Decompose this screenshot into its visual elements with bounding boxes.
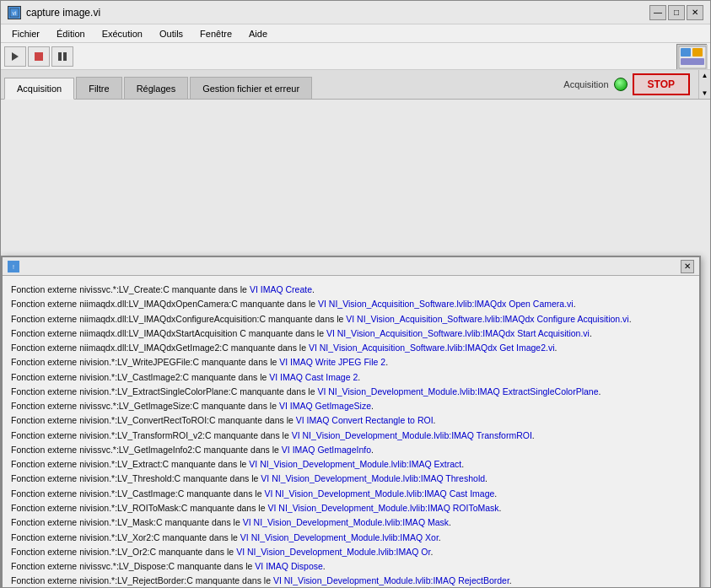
menu-execution[interactable]: Exécution bbox=[94, 26, 150, 41]
error-text-plain: . bbox=[499, 503, 502, 513]
error-text-plain: Fonction externe nivision.*:LV_Threshold… bbox=[11, 473, 261, 483]
error-text-plain: Fonction externe nivissvc.*:LV_Dispose:C… bbox=[11, 561, 255, 571]
error-text-plain: . bbox=[312, 284, 315, 294]
tab-acquisition[interactable]: Acquisition bbox=[4, 78, 74, 100]
error-text-plain: Fonction externe niimaqdx.dll:LV_IMAQdxO… bbox=[11, 299, 318, 309]
error-text-plain: Fonction externe nivision.*:LV_ROIToMask… bbox=[11, 503, 267, 513]
error-text-highlight: VI IMAQ Create bbox=[250, 284, 312, 294]
error-text-highlight: VI NI_Vision_Development_Module.lvlib:IM… bbox=[292, 430, 532, 440]
menu-edition[interactable]: Édition bbox=[49, 26, 93, 41]
svg-rect-4 bbox=[63, 52, 67, 61]
error-line: Fonction externe nivision.*:LV_Extract:C… bbox=[11, 457, 691, 471]
error-text-plain: . bbox=[385, 357, 388, 367]
error-text-highlight: VI NI_Vision_Acquisition_Software.lvlib:… bbox=[346, 314, 628, 324]
window-icon: vi bbox=[8, 6, 21, 19]
error-text-plain: Fonction externe nivissvc.*:LV_GetImageS… bbox=[11, 401, 279, 411]
toolbar-right-panel bbox=[676, 44, 707, 69]
svg-rect-3 bbox=[58, 52, 62, 61]
error-line: Fonction externe niimaqdx.dll:LV_IMAQdxG… bbox=[11, 341, 691, 354]
error-text-highlight: VI NI_Vision_Acquisition_Software.lvlib:… bbox=[318, 299, 574, 309]
stop-button[interactable]: STOP bbox=[633, 73, 690, 95]
error-text-plain: Fonction externe nivision.*:LV_CastImage… bbox=[11, 488, 264, 499]
error-content[interactable]: Fonction externe nivissvc.*:LV_Create:C … bbox=[3, 276, 699, 587]
pause-button[interactable] bbox=[51, 46, 73, 67]
error-line: Fonction externe niimaqdx.dll:LV_IMAQdxC… bbox=[11, 312, 691, 326]
menu-fichier[interactable]: Fichier bbox=[4, 26, 47, 41]
error-dialog-titlebar: ! ✕ bbox=[3, 257, 699, 276]
close-button[interactable]: ✕ bbox=[687, 5, 703, 20]
error-line: Fonction externe nivissvc.*:LV_Create:C … bbox=[11, 283, 691, 296]
toolbar bbox=[1, 43, 710, 70]
window-controls: — □ ✕ bbox=[649, 5, 703, 20]
error-line: Fonction externe nivision.*:LV_Xor2:C ma… bbox=[11, 531, 691, 544]
error-line: Fonction externe nivision.*:LV_Transform… bbox=[11, 429, 691, 442]
error-text-plain: Fonction externe nivision.*:LV_Transform… bbox=[11, 430, 292, 440]
svg-text:!: ! bbox=[13, 264, 14, 270]
error-text-plain: Fonction externe niimaqdx.dll:LV_IMAQdxS… bbox=[11, 328, 326, 338]
minimize-button[interactable]: — bbox=[649, 5, 666, 20]
error-line: Fonction externe nivision.*:LV_Or2:C man… bbox=[11, 545, 691, 558]
error-text-highlight: VI NI_Vision_Acquisition_Software.lvlib:… bbox=[326, 328, 590, 338]
svg-rect-2 bbox=[35, 52, 43, 61]
error-line: Fonction externe nivissvc.*:LV_GetImageS… bbox=[11, 399, 691, 413]
error-text-highlight: VI NI_Vision_Development_Module.lvlib:IM… bbox=[240, 532, 439, 542]
error-line: Fonction externe nivision.*:LV_ROIToMask… bbox=[11, 501, 691, 515]
error-text-plain: . bbox=[629, 314, 632, 324]
error-text-plain: Fonction externe nivision.*:LV_Extract:C… bbox=[11, 459, 249, 469]
error-text-plain: Fonction externe nivision.*:LV_ExtractSi… bbox=[11, 386, 317, 396]
error-text-plain: Fonction externe nivision.*:LV_Xor2:C ma… bbox=[11, 532, 240, 542]
error-text-plain: Fonction externe niimaqdx.dll:LV_IMAQdxC… bbox=[11, 314, 346, 324]
svg-rect-7 bbox=[681, 48, 691, 57]
error-text-plain: . bbox=[434, 415, 436, 425]
error-line: Fonction externe niimaqdx.dll:LV_IMAQdxS… bbox=[11, 326, 691, 340]
error-text-highlight: VI IMAQ GetImageInfo bbox=[282, 445, 371, 455]
menu-outils[interactable]: Outils bbox=[152, 26, 191, 41]
title-bar: vi capture image.vi — □ ✕ bbox=[1, 1, 710, 24]
error-text-plain: . bbox=[449, 517, 451, 527]
error-text-highlight: VI IMAQ Convert Rectangle to ROI bbox=[296, 415, 434, 425]
menu-aide[interactable]: Aide bbox=[241, 26, 275, 41]
error-text-plain: Fonction externe nivision.*:LV_RejectBor… bbox=[11, 575, 273, 585]
run-button[interactable] bbox=[4, 46, 26, 67]
error-text-highlight: VI IMAQ GetImageSize bbox=[279, 401, 371, 411]
error-line: Fonction externe nivision.*:LV_Threshold… bbox=[11, 472, 691, 485]
error-text-highlight: VI NI_Vision_Development_Module.lvlib:IM… bbox=[243, 517, 449, 527]
error-line: Fonction externe nivision.*:LV_CastImage… bbox=[11, 370, 691, 384]
error-text-highlight: VI NI_Vision_Development_Module.lvlib:IM… bbox=[249, 459, 461, 469]
svg-rect-8 bbox=[692, 48, 703, 57]
error-text-plain: . bbox=[358, 372, 360, 382]
error-line: Fonction externe niimaqdx.dll:LV_IMAQdxO… bbox=[11, 297, 691, 310]
error-text-plain: Fonction externe nivision.*:LV_Or2:C man… bbox=[11, 547, 236, 557]
error-text-plain: Fonction externe nivision.*:LV_ConvertRe… bbox=[11, 415, 296, 425]
error-dialog-close-button[interactable]: ✕ bbox=[681, 260, 694, 273]
error-text-plain: . bbox=[461, 459, 464, 469]
error-text-plain: Fonction externe nivissvc.*:LV_GetImageI… bbox=[11, 445, 282, 455]
error-text-plain: Fonction externe nivision.*:LV_CastImage… bbox=[11, 372, 269, 382]
stop-toolbar-button[interactable] bbox=[28, 46, 50, 67]
scroll-down-arrow[interactable]: ▼ bbox=[702, 89, 708, 97]
error-line: Fonction externe nivision.*:LV_ExtractSi… bbox=[11, 385, 691, 398]
error-text-plain: . bbox=[555, 343, 557, 353]
error-text-plain: . bbox=[599, 386, 601, 396]
main-window: vi capture image.vi — □ ✕ Fichier Éditio… bbox=[0, 0, 711, 588]
error-text-plain: . bbox=[323, 561, 326, 571]
error-text-highlight: VI IMAQ Write JPEG File 2 bbox=[279, 357, 385, 367]
error-text-plain: . bbox=[532, 430, 535, 440]
error-text-highlight: VI NI_Vision_Development_Module.lvlib:IM… bbox=[267, 503, 498, 513]
error-text-highlight: VI NI_Vision_Acquisition_Software.lvlib:… bbox=[309, 343, 555, 353]
error-text-plain: . bbox=[439, 532, 441, 542]
maximize-button[interactable]: □ bbox=[668, 5, 685, 20]
error-dialog-icon: ! bbox=[8, 261, 19, 272]
error-text-highlight: VI NI_Vision_Development_Module.lvlib:IM… bbox=[273, 575, 509, 585]
menu-fenetre[interactable]: Fenêtre bbox=[192, 26, 240, 41]
error-dialog: ! ✕ Fonction externe nivissvc.*:LV_Creat… bbox=[1, 256, 701, 587]
tab-gestion[interactable]: Gestion fichier et erreur bbox=[190, 77, 312, 99]
error-text-plain: . bbox=[509, 575, 512, 585]
error-text-highlight: VI IMAQ Cast Image 2 bbox=[269, 372, 358, 382]
tab-filtre[interactable]: Filtre bbox=[76, 77, 121, 99]
scroll-up-arrow[interactable]: ▲ bbox=[702, 72, 708, 79]
tab-reglages[interactable]: Réglages bbox=[124, 77, 188, 99]
error-line: Fonction externe nivision.*:LV_Mask:C ma… bbox=[11, 515, 691, 529]
error-text-plain: . bbox=[494, 488, 497, 499]
error-text-plain: Fonction externe nivissvc.*:LV_Create:C … bbox=[11, 284, 250, 294]
